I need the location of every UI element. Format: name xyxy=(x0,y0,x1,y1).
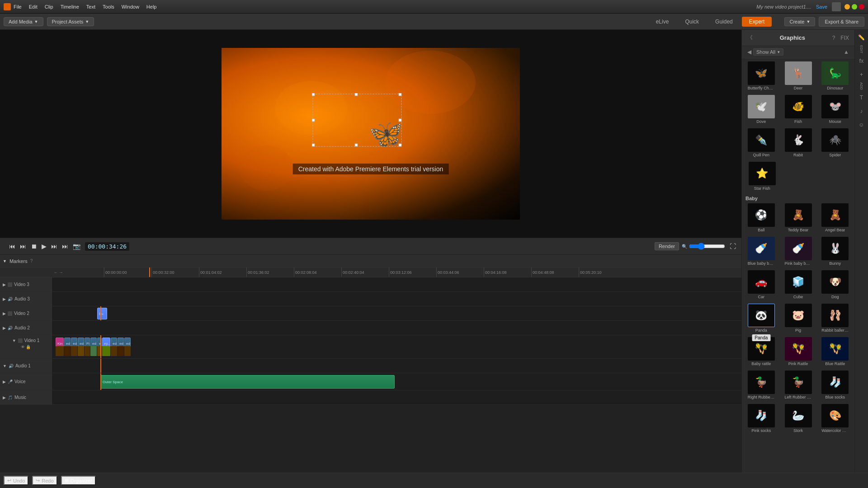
panel-prev-button[interactable]: ◀ xyxy=(745,48,753,56)
prev-frame-button[interactable]: ⏭ xyxy=(18,242,28,251)
track-label-audio2[interactable]: ▶ 🔊 Audio 2 xyxy=(0,321,52,335)
track-content-audio1[interactable] xyxy=(52,359,741,373)
play-button[interactable]: ▶ xyxy=(40,242,48,251)
graphic-panda[interactable]: 🐼 Panda Panda xyxy=(744,302,779,334)
help-button[interactable]: ? xyxy=(830,34,837,42)
menu-edit[interactable]: Edit xyxy=(29,4,38,9)
create-button[interactable]: Create ▼ xyxy=(784,17,815,26)
skip-start-button[interactable]: ⏮ xyxy=(7,242,17,251)
track-label-music[interactable]: ▶ 🎵 Music xyxy=(0,390,52,404)
graphic-angel-bear[interactable]: 🧸 Angel Bear xyxy=(817,202,853,234)
export-button[interactable]: Export & Share xyxy=(819,17,864,27)
track-label-video2[interactable]: ▶ Video 2 xyxy=(0,306,52,320)
track-label-audio3[interactable]: ▶ 🔊 Audio 3 xyxy=(0,292,52,306)
clip-outer-space[interactable]: Outer Space xyxy=(101,375,395,389)
fix-button[interactable]: FIX xyxy=(839,34,851,42)
track-lock-icon[interactable]: 🔒 xyxy=(26,345,31,349)
tab-guided[interactable]: Guided xyxy=(708,17,740,27)
graphic-watercolor-blocks[interactable]: 🎨 Watercolor Blocks xyxy=(817,403,853,434)
track-content-video3[interactable] xyxy=(52,277,741,291)
graphic-blue-baby-bottle[interactable]: 🍼 Blue baby bottle xyxy=(744,235,779,267)
fx-tool-button[interactable]: fx xyxy=(856,55,868,67)
undo-button[interactable]: ↩ Undo xyxy=(4,476,28,485)
track-content-audio3[interactable] xyxy=(52,292,741,306)
graphic-ball[interactable]: ⚽ Ball xyxy=(744,202,779,234)
menu-clip[interactable]: Clip xyxy=(45,4,53,9)
maximize-button[interactable] xyxy=(852,4,857,9)
timeline-nav[interactable]: ← → xyxy=(54,270,63,275)
graphic-blue-rattle[interactable]: 🪇 Blue Rattle xyxy=(817,336,853,367)
graphic-pink-rattle[interactable]: 🪇 Pink Rattle xyxy=(781,336,816,367)
menu-file[interactable]: File xyxy=(14,4,22,9)
menu-timeline[interactable]: Timeline xyxy=(61,4,79,9)
graphic-fish[interactable]: 🐠 Fish xyxy=(781,94,816,125)
graphic-pink-socks[interactable]: 🧦 Pink socks xyxy=(744,403,779,434)
graphic-star-fish[interactable]: ⭐ Star Fish xyxy=(744,160,781,192)
zoom-slider[interactable] xyxy=(689,243,725,250)
graphic-car[interactable]: 🚗 Car xyxy=(744,269,779,300)
panel-back-button[interactable]: 《 xyxy=(745,33,755,42)
graphic-mouse[interactable]: 🐭 Mouse xyxy=(817,94,853,125)
organizer-button[interactable]: ⊞ Organizer xyxy=(61,476,96,485)
menu-help[interactable]: Help xyxy=(146,4,157,9)
track-label-video3[interactable]: ▶ Video 3 xyxy=(0,277,52,291)
track-label-voice[interactable]: ▶ 🎤 Voice xyxy=(0,373,52,390)
graphic-dove[interactable]: 🕊️ Dove xyxy=(744,94,779,125)
graphic-bunny[interactable]: 🐰 Bunny xyxy=(817,235,853,267)
track-content-voice[interactable]: Outer Space xyxy=(52,373,741,390)
track-content-video2[interactable]: Bu xyxy=(52,306,741,320)
text-tool-button[interactable]: T xyxy=(856,92,868,103)
expand-icon[interactable]: ▼ xyxy=(3,259,7,263)
emoji-tool-button[interactable]: ☺ xyxy=(856,119,868,131)
graphic-quill-pen[interactable]: ✒️ Quill Pen xyxy=(744,127,779,159)
track-content-video1[interactable]: Kin ed. ed. ed. Fis ed. ep ep... ed. ed.… xyxy=(52,335,741,358)
fullscreen-button[interactable]: ⛶ xyxy=(728,242,738,251)
minimize-button[interactable] xyxy=(844,4,850,9)
graphic-teddy-bear[interactable]: 🧸 Teddy Bear xyxy=(781,202,816,234)
graphic-pink-baby-bottle[interactable]: 🍼 Pink baby bottle xyxy=(781,235,816,267)
graphic-left-rubber-ducky[interactable]: 🦆 Left Rubber ducky xyxy=(781,369,816,401)
audio-tool-button[interactable]: ♪ xyxy=(856,105,868,117)
graphic-butterfly-charm[interactable]: 🦋 Butterfly Charm xyxy=(744,60,779,92)
graphic-cube[interactable]: 🧊 Cube xyxy=(781,269,816,300)
track-content-audio2[interactable] xyxy=(52,321,741,335)
menu-tools[interactable]: Tools xyxy=(103,4,114,9)
scroll-up-button[interactable]: ▲ xyxy=(842,48,851,56)
track-label-audio1[interactable]: ▼ 🔊 Audio 1 xyxy=(0,359,52,373)
selection-handles[interactable] xyxy=(312,93,402,147)
tab-expert[interactable]: Expert xyxy=(742,17,772,27)
next-frame-button[interactable]: ⏭ xyxy=(49,242,59,251)
track-eye-icon[interactable]: 👁 xyxy=(21,345,25,349)
save-button[interactable]: Save xyxy=(816,4,827,9)
graphic-deer[interactable]: 🦌 Deer xyxy=(781,60,816,92)
camera-button[interactable]: 📷 xyxy=(71,242,82,251)
redo-button[interactable]: ↪ Redo xyxy=(32,476,57,485)
menu-text[interactable]: Text xyxy=(86,4,95,9)
graphic-right-rubber-ducky[interactable]: 🦆 Right Rubber ducky xyxy=(744,369,779,401)
graphic-spider[interactable]: 🕷️ Spider xyxy=(817,127,853,159)
markers-help[interactable]: ? xyxy=(30,258,33,263)
edit-tool-button[interactable]: ✏️ xyxy=(856,32,868,43)
graphic-pig[interactable]: 🐷 Pig xyxy=(781,302,816,334)
graphic-rabbit-ballerina[interactable]: 🩰 Rabbit ballerina xyxy=(817,302,853,334)
show-all-button[interactable]: Show All ▼ xyxy=(753,48,783,56)
add-tool-button[interactable]: + xyxy=(856,69,868,80)
menu-window[interactable]: Window xyxy=(122,4,139,9)
render-button[interactable]: Render xyxy=(655,242,679,250)
track-content-music[interactable] xyxy=(52,390,741,404)
graphic-dinosaur[interactable]: 🦕 Dinosaur xyxy=(817,60,853,92)
tab-elive[interactable]: eLive xyxy=(649,17,676,27)
graphic-rabbit[interactable]: 🐇 Rabit xyxy=(781,127,816,159)
track-label-video1[interactable]: ▼ Video 1 👁 🔒 xyxy=(0,335,52,358)
graphic-dog[interactable]: 🐶 Dog xyxy=(817,269,853,300)
add-media-button[interactable]: Add Media ▼ xyxy=(4,17,43,26)
tab-quick[interactable]: Quick xyxy=(678,17,706,27)
stop-button[interactable]: ⏹ xyxy=(29,242,39,251)
clip-video2-bu[interactable]: Bu xyxy=(97,308,107,319)
graphic-blue-socks[interactable]: 🧦 Blue socks xyxy=(817,369,853,401)
skip-end-button[interactable]: ⏭ xyxy=(60,242,70,251)
playhead[interactable] xyxy=(149,267,150,277)
close-button[interactable] xyxy=(859,4,864,9)
project-assets-button[interactable]: Project Assets ▼ xyxy=(47,17,94,26)
graphic-stork[interactable]: 🦢 Stork xyxy=(781,403,816,434)
